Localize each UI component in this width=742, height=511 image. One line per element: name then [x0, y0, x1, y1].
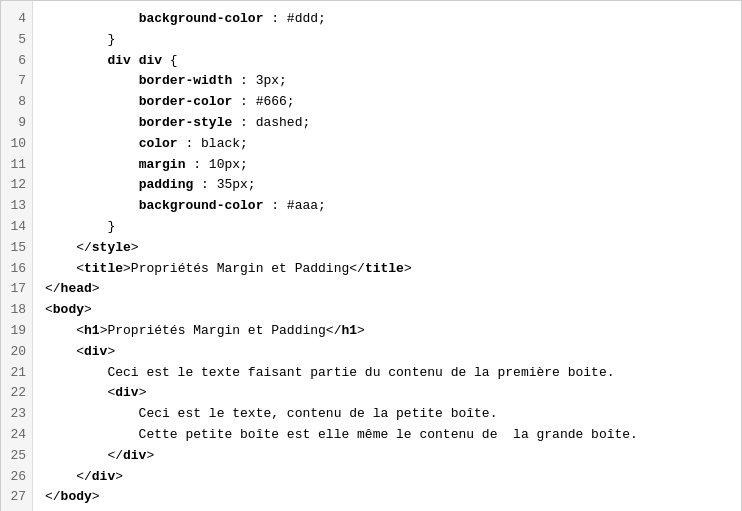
- code-line: background-color : #aaa;: [45, 196, 741, 217]
- line-number: 21: [1, 363, 32, 384]
- code-line: div div {: [45, 51, 741, 72]
- line-number: 23: [1, 404, 32, 425]
- line-number: 22: [1, 383, 32, 404]
- line-number: 6: [1, 51, 32, 72]
- line-number: 5: [1, 30, 32, 51]
- code-line: <div>: [45, 342, 741, 363]
- line-number: 7: [1, 71, 32, 92]
- code-line: </div>: [45, 446, 741, 467]
- code-line: <div>: [45, 383, 741, 404]
- code-line: color : black;: [45, 134, 741, 155]
- line-number: 9: [1, 113, 32, 134]
- line-number: 25: [1, 446, 32, 467]
- line-number: 4: [1, 9, 32, 30]
- line-number: 10: [1, 134, 32, 155]
- code-line: </style>: [45, 238, 741, 259]
- line-number: 24: [1, 425, 32, 446]
- line-number: 20: [1, 342, 32, 363]
- code-line: border-width : 3px;: [45, 71, 741, 92]
- line-number: 13: [1, 196, 32, 217]
- code-line: <body>: [45, 300, 741, 321]
- line-number: 14: [1, 217, 32, 238]
- code-line: Cette petite boîte est elle même le cont…: [45, 425, 741, 446]
- code-line: <title>Propriétés Margin et Padding</tit…: [45, 259, 741, 280]
- code-line: background-color : #ddd;: [45, 9, 741, 30]
- code-line: border-style : dashed;: [45, 113, 741, 134]
- code-line: </div>: [45, 467, 741, 488]
- code-line: margin : 10px;: [45, 155, 741, 176]
- code-line: padding : 35px;: [45, 175, 741, 196]
- code-line: </head>: [45, 279, 741, 300]
- code-editor: 4567891011121314151617181920212223242526…: [0, 0, 742, 511]
- line-numbers: 4567891011121314151617181920212223242526…: [1, 1, 33, 511]
- line-number: 26: [1, 467, 32, 488]
- code-line: }: [45, 217, 741, 238]
- line-number: 12: [1, 175, 32, 196]
- line-number: 11: [1, 155, 32, 176]
- line-number: 18: [1, 300, 32, 321]
- line-number: 19: [1, 321, 32, 342]
- code-line: <h1>Propriétés Margin et Padding</h1>: [45, 321, 741, 342]
- code-line: Ceci est le texte, contenu de la petite …: [45, 404, 741, 425]
- line-number: 16: [1, 259, 32, 280]
- code-line: </body>: [45, 487, 741, 508]
- code-line: Ceci est le texte faisant partie du cont…: [45, 363, 741, 384]
- line-number: 17: [1, 279, 32, 300]
- line-number: 27: [1, 487, 32, 508]
- code-line: }: [45, 30, 741, 51]
- code-line: border-color : #666;: [45, 92, 741, 113]
- line-number: 8: [1, 92, 32, 113]
- line-number: 15: [1, 238, 32, 259]
- code-content: background-color : #ddd; } div div { bor…: [33, 1, 741, 511]
